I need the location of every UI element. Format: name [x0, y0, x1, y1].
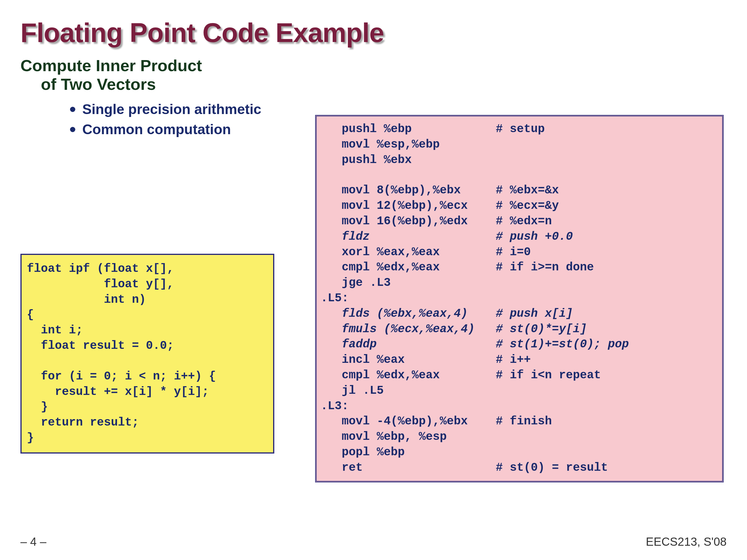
asm-code-line: movl %esp,%ebp	[321, 137, 718, 153]
asm-code-line: fmuls (%ecx,%eax,4) # st(0)*=y[i]	[321, 322, 718, 337]
c-code-line: return result;	[27, 415, 268, 430]
asm-code-line: flds (%ebx,%eax,4) # push x[i]	[321, 306, 718, 322]
footer-page-number: – 4 –	[20, 535, 46, 548]
asm-code-line: .L3:	[321, 399, 718, 414]
c-code-box: float ipf (float x[], float y[], int n){…	[20, 254, 274, 454]
asm-code-line	[321, 168, 718, 183]
c-code-line: float y[],	[27, 277, 268, 292]
asm-code-line: cmpl %edx,%eax # if i>=n done	[321, 260, 718, 275]
footer-course: EECS213, S'08	[646, 535, 727, 548]
asm-code-line: fldz # push +0.0	[321, 229, 718, 245]
bullet-dot-icon	[70, 127, 75, 132]
subtitle-line2: of Two Vectors	[41, 75, 727, 94]
asm-code-line: pushl %ebp # setup	[321, 122, 718, 137]
asm-code-box: pushl %ebp # setup movl %esp,%ebp pushl …	[315, 115, 724, 482]
asm-code-line: pushl %ebx	[321, 153, 718, 168]
c-code-line: int i;	[27, 323, 268, 338]
asm-code-line: popl %ebp	[321, 445, 718, 460]
asm-code-line: movl %ebp, %esp	[321, 429, 718, 445]
asm-code-line: faddp # st(1)+=st(0); pop	[321, 337, 718, 352]
slide: Floating Point Code Example Compute Inne…	[0, 0, 747, 560]
subtitle-line1: Compute Inner Product	[20, 56, 727, 75]
bullet-text: Common computation	[82, 121, 231, 138]
slide-title: Floating Point Code Example	[20, 18, 727, 48]
asm-code-line: jge .L3	[321, 275, 718, 291]
c-code-line: float result = 0.0;	[27, 338, 268, 354]
c-code-line: result += x[i] * y[i];	[27, 384, 268, 400]
c-code-line: {	[27, 308, 268, 323]
asm-code-line: ret # st(0) = result	[321, 460, 718, 476]
bullet-dot-icon	[70, 107, 75, 112]
asm-code-line: .L5:	[321, 291, 718, 306]
bullet-text: Single precision arithmetic	[82, 101, 261, 118]
c-code-line: }	[27, 430, 268, 446]
asm-code-line: movl 8(%ebp),%ebx # %ebx=&x	[321, 183, 718, 198]
asm-code-line: movl 16(%ebp),%edx # %edx=n	[321, 214, 718, 229]
subtitle-block: Compute Inner Product of Two Vectors	[20, 56, 727, 94]
asm-code-line: jl .L5	[321, 383, 718, 399]
asm-code-line: xorl %eax,%eax # i=0	[321, 245, 718, 260]
c-code-line: }	[27, 400, 268, 415]
asm-code-line: movl -4(%ebp),%ebx # finish	[321, 414, 718, 429]
c-code-line	[27, 354, 268, 369]
asm-code-line: cmpl %edx,%eax # if i<n repeat	[321, 368, 718, 383]
c-code-line: float ipf (float x[],	[27, 261, 268, 277]
asm-code-line: movl 12(%ebp),%ecx # %ecx=&y	[321, 198, 718, 214]
c-code-line: int n)	[27, 292, 268, 308]
c-code-line: for (i = 0; i < n; i++) {	[27, 369, 268, 384]
asm-code-line: incl %eax # i++	[321, 352, 718, 368]
